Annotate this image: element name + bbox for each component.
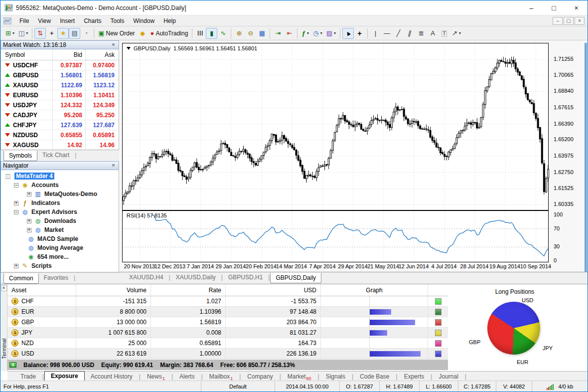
- nav-item-expert-advisors[interactable]: −◍Expert Advisors: [1, 207, 119, 216]
- chart-shift-button[interactable]: [284, 28, 295, 39]
- expander-plus-icon[interactable]: +: [14, 264, 18, 268]
- status-connection[interactable]: 4/0 kb: [532, 381, 588, 392]
- nav-item-downloads[interactable]: +◍Downloads: [1, 216, 119, 225]
- auto-scroll-button[interactable]: [272, 28, 284, 39]
- maximize-button[interactable]: □: [543, 0, 565, 15]
- horizontal-line-button[interactable]: [381, 28, 393, 39]
- tab-symbols[interactable]: Symbols: [3, 151, 37, 161]
- text-button[interactable]: [427, 28, 439, 39]
- navigator-toggle-button[interactable]: [57, 28, 69, 39]
- market-watch-row-XAUUSD[interactable]: XAUUSD1122.691123.12: [1, 80, 119, 90]
- expander-minus-icon[interactable]: −: [14, 210, 18, 214]
- templates-button[interactable]: ▾: [324, 28, 338, 39]
- rsi-indicator-canvas[interactable]: RSI(14) 57.8135: [122, 210, 549, 262]
- text-label-button[interactable]: [439, 28, 450, 39]
- crosshair-button[interactable]: [354, 28, 365, 39]
- periods-button[interactable]: ▾: [311, 28, 324, 39]
- menu-view[interactable]: View: [33, 16, 55, 25]
- terminal-toggle-button[interactable]: [69, 28, 80, 39]
- arrows-button[interactable]: ▾: [450, 28, 463, 39]
- autotrading-button[interactable]: AutoTrading: [148, 28, 190, 39]
- metaeditor-button[interactable]: [137, 28, 148, 39]
- trendline-button[interactable]: [393, 28, 404, 39]
- exposure-row-EUR[interactable]: $EUR8 800 0001.1039697 148.48: [7, 307, 448, 317]
- market-watch-row-NZDUSD[interactable]: NZDUSD0.658550.65891: [1, 130, 119, 140]
- tile-windows-button[interactable]: [256, 28, 268, 39]
- zoom-in-button[interactable]: [233, 28, 245, 39]
- exposure-row-USD[interactable]: $USD22 613 6191.00000226 136.19: [7, 349, 448, 359]
- exposure-row-JPY[interactable]: $JPY1 007 615 8000.00881 031.27: [7, 328, 448, 338]
- market-watch-row-GBPUSD[interactable]: GBPUSD1.568011.56819: [1, 70, 119, 80]
- nav-item-accounts[interactable]: −◉Accounts: [1, 181, 119, 190]
- status-profile[interactable]: Default: [201, 381, 275, 392]
- chart-tab-gbpusd-h1[interactable]: GBPUSD,H1: [223, 273, 268, 282]
- menu-help[interactable]: Help: [159, 16, 180, 25]
- chevron-down-icon: ▾: [320, 31, 322, 35]
- market-watch-row-USDJPY[interactable]: USDJPY124.332124.349: [1, 100, 119, 110]
- menu-charts[interactable]: Charts: [79, 16, 106, 25]
- menu-tools[interactable]: Tools: [106, 16, 129, 25]
- indicators-list-button[interactable]: ▾: [299, 28, 311, 39]
- profiles-button[interactable]: ▾: [16, 28, 30, 39]
- chart-tab-xauusd-daily[interactable]: XAUUSD,Daily: [171, 273, 221, 282]
- nav-item-indicators[interactable]: +ƒIndicators: [1, 198, 119, 207]
- nav-item-macd-sample[interactable]: ◍MACD Sample: [1, 234, 119, 243]
- channel-icon: [408, 30, 412, 36]
- navigator-close-icon[interactable]: ×: [110, 163, 117, 169]
- mdi-minimize-button[interactable]: –: [553, 17, 563, 25]
- nav-item-market[interactable]: +◍Market: [1, 225, 119, 234]
- trend-down-icon: [5, 63, 10, 67]
- chart-tab-xauusd-h4[interactable]: XAUUSD,H4: [124, 273, 168, 282]
- equidistant-channel-button[interactable]: [404, 28, 416, 39]
- market-watch-close-icon[interactable]: ×: [110, 42, 117, 48]
- exposure-row-CHF[interactable]: $CHF-151 3151.027-1 553.75: [7, 296, 448, 307]
- nav-item-metaquotes-demo[interactable]: +▥MetaQuotes-Demo: [1, 190, 119, 198]
- exposure-row-GBP[interactable]: $GBP13 000 0001.56819203 864.70: [7, 317, 448, 328]
- nav-item-moving-average[interactable]: ◍Moving Average: [1, 243, 119, 252]
- mdi-restore-button[interactable]: ▢: [564, 17, 574, 25]
- price-chart-canvas[interactable]: GBPUSD,Daily 1.56569 1.56961 1.56451 1.5…: [122, 43, 549, 210]
- market-watch-row-EURUSD[interactable]: EURUSD1.103961.10411: [1, 90, 119, 100]
- tab-favorites[interactable]: Favorites: [39, 273, 73, 283]
- price-axis[interactable]: 1.712551.700651.688401.676151.663901.652…: [550, 43, 585, 262]
- chart-tab-gbpusd-daily[interactable]: GBPUSD,Daily: [270, 273, 321, 283]
- chart-scrollbar[interactable]: [585, 43, 587, 272]
- menu-window[interactable]: Window: [129, 16, 159, 25]
- expander-plus-icon[interactable]: +: [27, 228, 31, 232]
- date-axis[interactable]: 20 Nov 201312 Dec 20137 Jan 201429 Jan 2…: [122, 263, 549, 272]
- market-watch-toggle-button[interactable]: [34, 28, 46, 39]
- nav-item-scripts[interactable]: +✎Scripts: [1, 261, 119, 270]
- new-order-button[interactable]: New Order: [96, 28, 137, 39]
- expander-plus-icon[interactable]: +: [27, 219, 31, 223]
- vertical-line-button[interactable]: [370, 28, 381, 39]
- strategy-tester-button[interactable]: [80, 28, 92, 39]
- menu-file[interactable]: File: [15, 16, 33, 25]
- terminal-tab-exposure[interactable]: Exposure: [44, 371, 85, 382]
- close-button[interactable]: ×: [565, 0, 588, 15]
- market-watch-row-XAGUSD[interactable]: XAGUSD14.9214.96: [1, 140, 119, 150]
- cursor-button[interactable]: [342, 28, 354, 39]
- expander-plus-icon[interactable]: +: [14, 201, 18, 205]
- market-watch-row-CHFJPY[interactable]: CHFJPY127.639127.687: [1, 120, 119, 130]
- nav-item-654-more[interactable]: ◉654 more...: [1, 252, 119, 261]
- bar-chart-mode-button[interactable]: [194, 28, 206, 39]
- mdi-close-button[interactable]: ×: [575, 17, 585, 25]
- candlestick-mode-button[interactable]: [206, 28, 217, 39]
- expander-plus-icon[interactable]: +: [27, 192, 31, 196]
- exposure-row-NZD[interactable]: $NZD25 0000.65891164.73: [7, 338, 448, 349]
- tab-common[interactable]: Common: [3, 273, 39, 284]
- expander-minus-icon[interactable]: −: [14, 183, 18, 188]
- chart-collapse-icon[interactable]: [127, 47, 131, 50]
- menu-insert[interactable]: Insert: [55, 16, 79, 25]
- line-chart-mode-button[interactable]: [217, 28, 229, 39]
- minimize-button[interactable]: –: [520, 0, 543, 15]
- new-chart-button[interactable]: ▾: [3, 28, 16, 39]
- nav-item-metatrader-4[interactable]: ◫MetaTrader 4: [1, 172, 119, 181]
- tab-tick-chart[interactable]: Tick Chart: [37, 151, 74, 160]
- zoom-out-button[interactable]: [245, 28, 256, 39]
- market-watch-row-CADJPY[interactable]: CADJPY95.20895.250: [1, 110, 119, 120]
- market-watch-row-USDCHF[interactable]: USDCHF0.973870.97400: [1, 60, 119, 70]
- data-window-button[interactable]: [46, 28, 57, 39]
- fibonacci-button[interactable]: [416, 28, 427, 39]
- terminal-close-icon[interactable]: ×: [1, 285, 7, 291]
